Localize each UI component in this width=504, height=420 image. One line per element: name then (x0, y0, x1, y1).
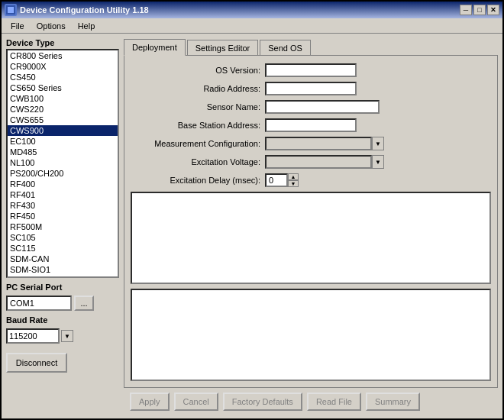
baud-rate-section: Baud Rate 115200 ▼ (6, 315, 119, 344)
title-bar: Device Configuration Utility 1.18 ─ □ ✕ (2, 2, 502, 18)
base-station-label: Base Station Address: (131, 121, 260, 130)
os-version-label: OS Version: (131, 66, 260, 75)
maximize-button[interactable]: □ (473, 5, 486, 15)
sensor-name-row: Sensor Name: (131, 100, 491, 114)
device-list-item[interactable]: CWS900 (8, 125, 118, 136)
deployment-tab-content: OS Version: Radio Address: Sensor Name: … (124, 55, 498, 388)
sensor-name-label: Sensor Name: (131, 102, 260, 111)
device-list-item[interactable]: RF430 (8, 200, 118, 211)
menu-help[interactable]: Help (72, 20, 102, 32)
excitation-voltage-select-wrap: ▼ (265, 155, 384, 169)
close-button[interactable]: ✕ (487, 5, 499, 15)
left-panel: Device Type CR800 SeriesCR9000XCS450CS65… (6, 38, 119, 414)
base-station-input[interactable] (265, 118, 357, 132)
device-list-item[interactable]: SDM-SIO1 (8, 264, 118, 275)
pc-serial-port-label: PC Serial Port (6, 283, 119, 292)
device-list-item[interactable]: RF400 (8, 179, 118, 189)
device-list: CR800 SeriesCR9000XCS450CS650 SeriesCWB1… (8, 50, 118, 278)
excitation-voltage-label: Excitation Voltage: (131, 157, 260, 166)
device-list-item[interactable]: CR9000X (8, 61, 118, 72)
device-type-label: Device Type (6, 38, 119, 47)
measurement-config-select[interactable] (265, 137, 372, 150)
baud-select[interactable]: 115200 (6, 328, 60, 344)
excitation-voltage-arrow[interactable]: ▼ (372, 155, 384, 169)
device-list-item[interactable]: CWB100 (8, 93, 118, 104)
app-icon (5, 4, 17, 16)
radio-address-row: Radio Address: (131, 82, 491, 95)
menu-options[interactable]: Options (31, 20, 72, 32)
cancel-button[interactable]: Cancel (174, 393, 218, 411)
text-area-bottom[interactable] (131, 289, 491, 381)
device-list-item[interactable]: MD485 (8, 147, 118, 157)
spinner-up-button[interactable]: ▲ (288, 173, 299, 180)
menu-file[interactable]: File (5, 20, 31, 32)
os-version-input[interactable] (265, 63, 357, 77)
tab-deployment[interactable]: Deployment (124, 39, 186, 56)
measurement-config-select-wrap: ▼ (265, 137, 384, 150)
device-list-item[interactable]: SMxM (8, 275, 118, 278)
spinner-buttons: ▲ ▼ (288, 173, 299, 187)
minimize-button[interactable]: ─ (460, 5, 472, 15)
measurement-config-label: Measurement Configuration: (131, 139, 260, 148)
radio-address-label: Radio Address: (131, 84, 260, 93)
base-station-row: Base Station Address: (131, 118, 491, 132)
device-list-container[interactable]: CR800 SeriesCR9000XCS450CS650 SeriesCWB1… (6, 49, 119, 278)
device-list-item[interactable]: CWS220 (8, 104, 118, 115)
read-file-button[interactable]: Read File (307, 393, 361, 411)
sensor-name-input[interactable] (265, 100, 380, 114)
tab-send-os[interactable]: Send OS (260, 40, 311, 55)
device-list-item[interactable]: CS450 (8, 72, 118, 82)
os-version-row: OS Version: (131, 63, 491, 77)
excitation-delay-spinner: ▲ ▼ (265, 173, 299, 187)
excitation-delay-input[interactable] (265, 173, 288, 187)
bottom-buttons: Apply Cancel Factory Defaults Read File … (124, 388, 498, 414)
window-controls[interactable]: ─ □ ✕ (460, 5, 499, 15)
device-list-item[interactable]: SC105 (8, 232, 118, 243)
baud-select-wrap: 115200 ▼ (6, 328, 119, 344)
device-type-section: Device Type CR800 SeriesCR9000XCS450CS65… (6, 38, 119, 278)
svg-rect-1 (8, 7, 14, 13)
device-list-item[interactable]: SC115 (8, 243, 118, 254)
apply-button[interactable]: Apply (130, 393, 170, 411)
right-panel: Deployment Settings Editor Send OS OS Ve… (124, 38, 498, 414)
tab-strip: Deployment Settings Editor Send OS (124, 38, 498, 55)
device-list-item[interactable]: PS200/CH200 (8, 168, 118, 179)
device-list-item[interactable]: CWS655 (8, 115, 118, 125)
summary-button[interactable]: Summary (366, 393, 420, 411)
device-list-item[interactable]: NL100 (8, 157, 118, 168)
text-area-top[interactable] (131, 192, 491, 284)
serial-port-section: PC Serial Port ... (6, 283, 119, 311)
device-list-item[interactable]: RF450 (8, 211, 118, 221)
excitation-delay-row: Excitation Delay (msec): ▲ ▼ (131, 173, 491, 187)
baud-select-arrow[interactable]: ▼ (61, 330, 73, 342)
port-browse-button[interactable]: ... (74, 296, 94, 311)
port-input[interactable] (6, 296, 72, 311)
port-input-row: ... (6, 296, 119, 311)
device-list-item[interactable]: CR800 Series (8, 50, 118, 61)
spinner-down-button[interactable]: ▼ (288, 180, 299, 187)
radio-address-input[interactable] (265, 82, 357, 95)
baud-rate-label: Baud Rate (6, 315, 119, 325)
device-list-item[interactable]: RF401 (8, 189, 118, 200)
body-layout: Device Type CR800 SeriesCR9000XCS450CS65… (2, 34, 502, 418)
device-list-item[interactable]: SDM-CAN (8, 254, 118, 264)
tab-settings-editor[interactable]: Settings Editor (187, 40, 259, 55)
measurement-config-row: Measurement Configuration: ▼ (131, 137, 491, 150)
device-list-item[interactable]: CS650 Series (8, 82, 118, 93)
menu-bar: File Options Help (2, 18, 502, 34)
device-list-item[interactable]: RF500M (8, 221, 118, 232)
excitation-voltage-row: Excitation Voltage: ▼ (131, 155, 491, 169)
disconnect-button[interactable]: Disconnect (6, 353, 67, 373)
factory-defaults-button[interactable]: Factory Defaults (223, 393, 302, 411)
window-title: Device Configuration Utility 1.18 (20, 5, 460, 15)
excitation-delay-label: Excitation Delay (msec): (131, 176, 260, 185)
measurement-config-arrow[interactable]: ▼ (372, 137, 384, 150)
deployment-form: OS Version: Radio Address: Sensor Name: … (131, 63, 491, 187)
device-list-item[interactable]: EC100 (8, 136, 118, 147)
excitation-voltage-select[interactable] (265, 155, 372, 169)
